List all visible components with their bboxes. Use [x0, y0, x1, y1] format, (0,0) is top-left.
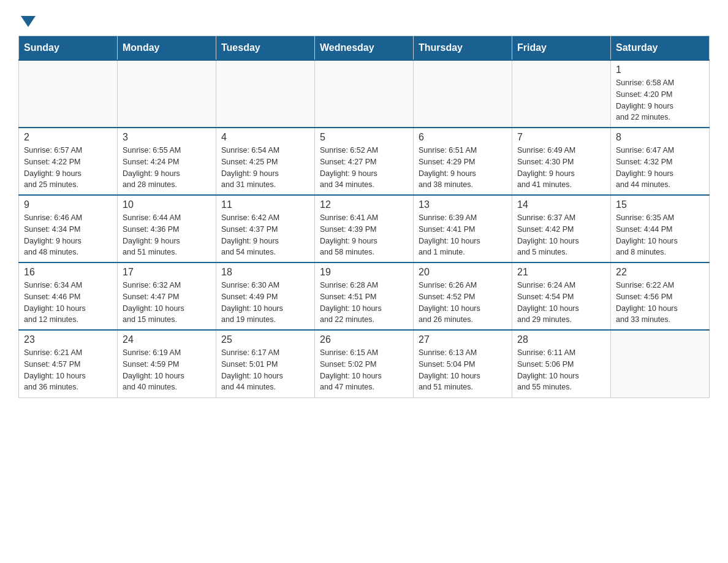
day-number: 27	[419, 334, 507, 345]
calendar-day: 22Sunrise: 6:22 AMSunset: 4:56 PMDayligh…	[611, 262, 710, 330]
day-number: 11	[221, 199, 309, 210]
day-info: Sunrise: 6:26 AMSunset: 4:52 PMDaylight:…	[419, 280, 507, 326]
calendar-day: 16Sunrise: 6:34 AMSunset: 4:46 PMDayligh…	[19, 262, 118, 330]
day-number: 20	[419, 267, 507, 278]
day-info: Sunrise: 6:39 AMSunset: 4:41 PMDaylight:…	[419, 212, 507, 258]
day-number: 2	[24, 132, 112, 143]
calendar-day: 24Sunrise: 6:19 AMSunset: 4:59 PMDayligh…	[118, 330, 216, 397]
day-info: Sunrise: 6:52 AMSunset: 4:27 PMDaylight:…	[320, 145, 408, 191]
calendar-week-1: 1Sunrise: 6:58 AMSunset: 4:20 PMDaylight…	[19, 60, 710, 128]
day-number: 5	[320, 132, 408, 143]
day-info: Sunrise: 6:28 AMSunset: 4:51 PMDaylight:…	[320, 280, 408, 326]
day-info: Sunrise: 6:42 AMSunset: 4:37 PMDaylight:…	[221, 212, 309, 258]
day-number: 21	[517, 267, 605, 278]
day-number: 26	[320, 334, 408, 345]
calendar-day	[611, 330, 710, 397]
day-info: Sunrise: 6:21 AMSunset: 4:57 PMDaylight:…	[24, 347, 112, 393]
header-saturday: Saturday	[611, 36, 710, 61]
day-info: Sunrise: 6:15 AMSunset: 5:02 PMDaylight:…	[320, 347, 408, 393]
calendar-day: 27Sunrise: 6:13 AMSunset: 5:04 PMDayligh…	[414, 330, 512, 397]
day-number: 8	[616, 132, 704, 143]
calendar-day: 21Sunrise: 6:24 AMSunset: 4:54 PMDayligh…	[512, 262, 611, 330]
day-info: Sunrise: 6:24 AMSunset: 4:54 PMDaylight:…	[517, 280, 605, 326]
logo-text	[18, 12, 36, 27]
calendar-day: 20Sunrise: 6:26 AMSunset: 4:52 PMDayligh…	[414, 262, 512, 330]
day-info: Sunrise: 6:58 AMSunset: 4:20 PMDaylight:…	[616, 77, 704, 123]
day-info: Sunrise: 6:35 AMSunset: 4:44 PMDaylight:…	[616, 212, 704, 258]
calendar-day: 15Sunrise: 6:35 AMSunset: 4:44 PMDayligh…	[611, 195, 710, 262]
day-info: Sunrise: 6:32 AMSunset: 4:47 PMDaylight:…	[123, 280, 211, 326]
day-info: Sunrise: 6:49 AMSunset: 4:30 PMDaylight:…	[517, 145, 605, 191]
header-thursday: Thursday	[414, 36, 512, 61]
calendar-day: 14Sunrise: 6:37 AMSunset: 4:42 PMDayligh…	[512, 195, 611, 262]
calendar-header-row: SundayMondayTuesdayWednesdayThursdayFrid…	[19, 36, 710, 61]
day-number: 14	[517, 199, 605, 210]
calendar-day: 26Sunrise: 6:15 AMSunset: 5:02 PMDayligh…	[315, 330, 414, 397]
day-number: 28	[517, 334, 605, 345]
calendar-day: 3Sunrise: 6:55 AMSunset: 4:24 PMDaylight…	[118, 128, 216, 195]
day-info: Sunrise: 6:37 AMSunset: 4:42 PMDaylight:…	[517, 212, 605, 258]
day-number: 13	[419, 199, 507, 210]
day-info: Sunrise: 6:51 AMSunset: 4:29 PMDaylight:…	[419, 145, 507, 191]
calendar-day: 6Sunrise: 6:51 AMSunset: 4:29 PMDaylight…	[414, 128, 512, 195]
day-number: 10	[123, 199, 211, 210]
header-monday: Monday	[118, 36, 216, 61]
calendar-day: 12Sunrise: 6:41 AMSunset: 4:39 PMDayligh…	[315, 195, 414, 262]
calendar-day: 10Sunrise: 6:44 AMSunset: 4:36 PMDayligh…	[118, 195, 216, 262]
day-number: 22	[616, 267, 704, 278]
calendar-day	[512, 60, 611, 128]
calendar-day: 25Sunrise: 6:17 AMSunset: 5:01 PMDayligh…	[216, 330, 315, 397]
calendar-week-3: 9Sunrise: 6:46 AMSunset: 4:34 PMDaylight…	[19, 195, 710, 262]
calendar-day	[216, 60, 315, 128]
calendar-day: 11Sunrise: 6:42 AMSunset: 4:37 PMDayligh…	[216, 195, 315, 262]
calendar-day: 8Sunrise: 6:47 AMSunset: 4:32 PMDaylight…	[611, 128, 710, 195]
calendar-day: 23Sunrise: 6:21 AMSunset: 4:57 PMDayligh…	[19, 330, 118, 397]
day-number: 4	[221, 132, 309, 143]
header-friday: Friday	[512, 36, 611, 61]
calendar-week-4: 16Sunrise: 6:34 AMSunset: 4:46 PMDayligh…	[19, 262, 710, 330]
day-number: 1	[616, 64, 704, 75]
calendar-day: 5Sunrise: 6:52 AMSunset: 4:27 PMDaylight…	[315, 128, 414, 195]
calendar-day: 28Sunrise: 6:11 AMSunset: 5:06 PMDayligh…	[512, 330, 611, 397]
calendar-day: 2Sunrise: 6:57 AMSunset: 4:22 PMDaylight…	[19, 128, 118, 195]
day-info: Sunrise: 6:22 AMSunset: 4:56 PMDaylight:…	[616, 280, 704, 326]
day-number: 19	[320, 267, 408, 278]
calendar-day	[118, 60, 216, 128]
day-number: 17	[123, 267, 211, 278]
day-number: 18	[221, 267, 309, 278]
day-info: Sunrise: 6:57 AMSunset: 4:22 PMDaylight:…	[24, 145, 112, 191]
day-info: Sunrise: 6:19 AMSunset: 4:59 PMDaylight:…	[123, 347, 211, 393]
day-info: Sunrise: 6:13 AMSunset: 5:04 PMDaylight:…	[419, 347, 507, 393]
day-number: 16	[24, 267, 112, 278]
day-number: 15	[616, 199, 704, 210]
header-wednesday: Wednesday	[315, 36, 414, 61]
day-info: Sunrise: 6:46 AMSunset: 4:34 PMDaylight:…	[24, 212, 112, 258]
day-number: 7	[517, 132, 605, 143]
calendar-week-5: 23Sunrise: 6:21 AMSunset: 4:57 PMDayligh…	[19, 330, 710, 397]
day-info: Sunrise: 6:11 AMSunset: 5:06 PMDaylight:…	[517, 347, 605, 393]
calendar-day: 9Sunrise: 6:46 AMSunset: 4:34 PMDaylight…	[19, 195, 118, 262]
calendar-day	[414, 60, 512, 128]
day-number: 25	[221, 334, 309, 345]
calendar-day: 13Sunrise: 6:39 AMSunset: 4:41 PMDayligh…	[414, 195, 512, 262]
header-tuesday: Tuesday	[216, 36, 315, 61]
calendar-day: 7Sunrise: 6:49 AMSunset: 4:30 PMDaylight…	[512, 128, 611, 195]
day-number: 24	[123, 334, 211, 345]
logo	[18, 12, 36, 26]
calendar-day	[19, 60, 118, 128]
day-number: 6	[419, 132, 507, 143]
day-info: Sunrise: 6:30 AMSunset: 4:49 PMDaylight:…	[221, 280, 309, 326]
day-number: 23	[24, 334, 112, 345]
day-number: 9	[24, 199, 112, 210]
page-header	[18, 12, 710, 26]
day-info: Sunrise: 6:17 AMSunset: 5:01 PMDaylight:…	[221, 347, 309, 393]
day-number: 3	[123, 132, 211, 143]
calendar-week-2: 2Sunrise: 6:57 AMSunset: 4:22 PMDaylight…	[19, 128, 710, 195]
logo-arrow-icon	[21, 16, 36, 27]
calendar-day: 17Sunrise: 6:32 AMSunset: 4:47 PMDayligh…	[118, 262, 216, 330]
day-number: 12	[320, 199, 408, 210]
day-info: Sunrise: 6:41 AMSunset: 4:39 PMDaylight:…	[320, 212, 408, 258]
day-info: Sunrise: 6:55 AMSunset: 4:24 PMDaylight:…	[123, 145, 211, 191]
calendar-day: 18Sunrise: 6:30 AMSunset: 4:49 PMDayligh…	[216, 262, 315, 330]
calendar-day: 4Sunrise: 6:54 AMSunset: 4:25 PMDaylight…	[216, 128, 315, 195]
